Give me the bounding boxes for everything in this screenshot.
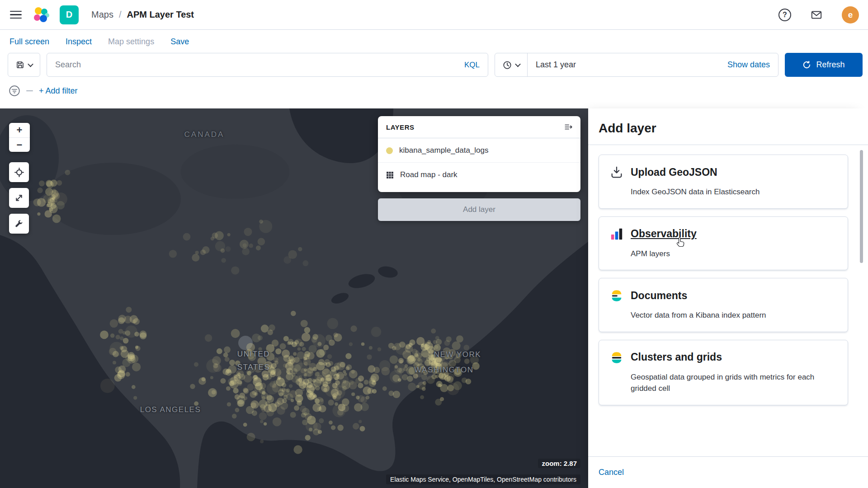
full-screen-button[interactable]: Full screen: [9, 37, 49, 47]
chevron-down-icon: [515, 61, 521, 67]
zoom-level-indicator: zoom: 2.87: [538, 459, 580, 468]
map-attribution[interactable]: Elastic Maps Service, OpenMapTiles, Open…: [386, 474, 580, 484]
wrench-icon: [14, 219, 24, 228]
app-menu-bar: Full screen Inspect Map settings Save: [0, 30, 868, 52]
refresh-label: Refresh: [816, 60, 844, 70]
map-settings-button[interactable]: Map settings: [108, 37, 154, 47]
layer-name: Road map - dark: [400, 170, 458, 179]
add-layer-flyout: Add layer Upload GeoJSON Index GeoJSON d…: [588, 108, 868, 488]
filter-bar: + Add filter: [0, 77, 868, 108]
card-documents[interactable]: Documents Vector data from a Kibana inde…: [599, 278, 848, 332]
filter-divider: [26, 90, 33, 91]
time-range-display: Last 1 year Show dates: [528, 53, 778, 76]
query-bar: KQL Last 1 year Show dates Refresh: [8, 53, 863, 77]
chevron-down-icon: [28, 61, 33, 67]
breadcrumb-separator: /: [119, 9, 122, 20]
layer-row-sample-logs[interactable]: kibana_sample_data_logs: [378, 138, 580, 163]
card-title[interactable]: Clusters and grids: [631, 351, 722, 363]
card-description: Index GeoJSON data in Elasticsearch: [631, 186, 837, 198]
time-quick-menu-button[interactable]: [495, 53, 528, 76]
search-box: KQL: [47, 53, 488, 77]
menu-icon[interactable]: [9, 10, 23, 20]
card-description: Geospatial data grouped in grids with me…: [631, 371, 837, 394]
documents-icon: [610, 289, 623, 302]
fit-to-data-button[interactable]: [9, 188, 29, 208]
clock-icon: [503, 61, 512, 70]
kql-language-button[interactable]: KQL: [464, 61, 480, 70]
user-avatar[interactable]: e: [842, 6, 859, 23]
inspect-button[interactable]: Inspect: [66, 37, 92, 47]
content: CANADA UNITED STATES NEW YORK WASHINGTON…: [0, 108, 868, 488]
header-actions: e: [778, 6, 859, 23]
layers-panel: LAYERS kibana_sample_data_logs: [378, 116, 580, 192]
elastic-logo-icon[interactable]: [32, 5, 51, 24]
layers-panel-title: LAYERS: [386, 123, 414, 131]
layer-row-basemap[interactable]: Road map - dark: [378, 163, 580, 187]
collapse-panel-icon[interactable]: [564, 123, 572, 131]
app-header: D Maps / APM Layer Test e: [0, 0, 868, 30]
expand-diagonal-icon: [14, 193, 24, 202]
show-dates-button[interactable]: Show dates: [727, 60, 770, 70]
filter-icon[interactable]: [9, 85, 20, 97]
zoom-control: + −: [9, 123, 30, 152]
card-description: APM layers: [631, 248, 837, 260]
card-description: Vector data from a Kibana index pattern: [631, 310, 837, 321]
map-canvas[interactable]: CANADA UNITED STATES NEW YORK WASHINGTON…: [0, 108, 588, 488]
card-title[interactable]: Observability: [631, 228, 697, 240]
card-observability[interactable]: Observability APM layers: [599, 216, 848, 271]
layer-control: LAYERS kibana_sample_data_logs: [378, 116, 580, 221]
card-upload-geojson[interactable]: Upload GeoJSON Index GeoJSON data in Ela…: [599, 155, 848, 209]
zoom-in-button[interactable]: +: [9, 123, 30, 137]
layer-source-list: Upload GeoJSON Index GeoJSON data in Ela…: [588, 145, 868, 456]
time-range-value[interactable]: Last 1 year: [536, 60, 576, 70]
map-controls: + −: [9, 123, 30, 239]
card-clusters-grids[interactable]: Clusters and grids Geospatial data group…: [599, 340, 848, 405]
help-icon[interactable]: [778, 9, 791, 21]
crosshair-icon: [14, 168, 24, 177]
space-badge[interactable]: D: [60, 5, 79, 24]
time-picker: Last 1 year Show dates: [495, 53, 778, 77]
search-input[interactable]: [55, 60, 459, 70]
layer-name: kibana_sample_data_logs: [399, 146, 489, 155]
card-title[interactable]: Documents: [631, 290, 687, 302]
import-icon: [610, 165, 623, 179]
zoom-out-button[interactable]: −: [9, 137, 30, 152]
clusters-icon: [610, 351, 623, 364]
grid-icon: [386, 171, 394, 179]
set-view-button[interactable]: [9, 162, 29, 182]
tools-button[interactable]: [9, 214, 29, 234]
refresh-button[interactable]: Refresh: [785, 53, 863, 77]
breadcrumb: Maps / APM Layer Test: [91, 9, 194, 20]
observability-icon: [610, 227, 623, 241]
breadcrumb-maps[interactable]: Maps: [91, 9, 113, 20]
add-layer-button-disabled[interactable]: Add layer: [378, 198, 580, 221]
cancel-button[interactable]: Cancel: [599, 468, 624, 477]
add-filter-button[interactable]: + Add filter: [39, 86, 78, 96]
save-button[interactable]: Save: [170, 37, 189, 47]
layer-dot-swatch-icon: [386, 147, 393, 154]
saved-query-menu-button[interactable]: [8, 53, 40, 77]
save-icon: [16, 61, 24, 69]
card-title[interactable]: Upload GeoJSON: [631, 166, 717, 178]
flyout-title: Add layer: [599, 121, 857, 136]
mail-icon[interactable]: [810, 9, 823, 20]
scrollbar-thumb[interactable]: [860, 150, 863, 263]
refresh-icon: [802, 61, 811, 69]
page-title: APM Layer Test: [127, 9, 194, 20]
